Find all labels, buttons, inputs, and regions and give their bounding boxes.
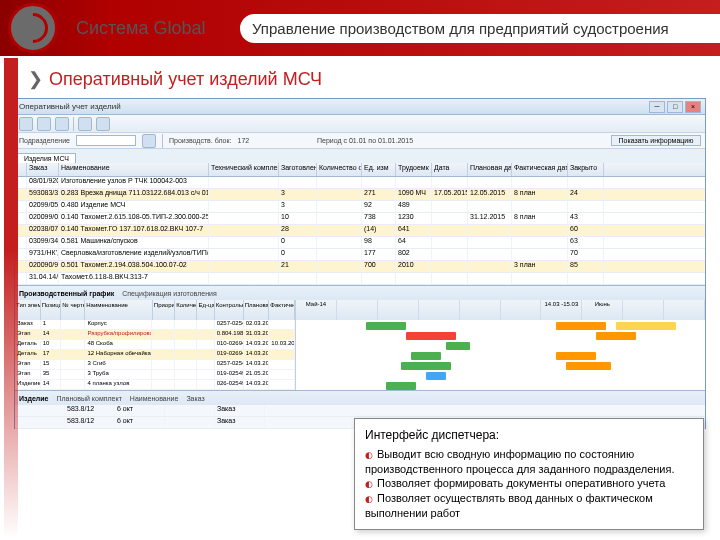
minimize-button[interactable]: ─ [649,101,665,113]
table-row[interactable]: 593083/30.283 Врезка днища 711.03122.684… [15,189,705,201]
header-subtitle: Управление производством для предприятий… [240,14,720,43]
table-row[interactable]: 02038/0730.140 Тахомет.ГО 137.107.618.02… [15,225,705,237]
section-detail: Производственный график Спецификация изг… [15,285,705,390]
bottom-tab-4[interactable]: Заказ [186,395,204,402]
gantt-bars [296,320,705,390]
table-row[interactable]: 583.8/126 октЗаказ [15,405,705,417]
block-label: Производств. блок: [169,137,231,144]
toolbar-icon-5[interactable] [96,117,110,131]
dept-label: Подразделение [19,137,70,144]
detail-tab-1[interactable]: Производственный график [19,290,114,297]
tab-row: Изделия МСЧ [15,149,705,163]
gantt-row[interactable]: Деталь1712 Наборная обечайка тонколистов… [15,350,295,360]
section-title: Оперативный учет изделий МСЧ [28,68,720,90]
toolbar-icon-2[interactable] [37,117,51,131]
show-button[interactable]: Показать информацию [611,135,701,146]
dept-input[interactable] [76,135,136,146]
col-header[interactable]: Технический комплект [209,163,279,176]
callout-item-2: Позволяет формировать документы оператив… [365,476,693,491]
callout-box: Интерфейс диспетчера: Выводит всю сводну… [354,418,704,530]
table-row[interactable]: 020099/0790.140 Тахомет.2.615.108-05.ТИП… [15,213,705,225]
col-header[interactable]: Дата [432,163,468,176]
col-header[interactable]: Наименование [59,163,209,176]
logo [8,3,58,53]
filter-row: Подразделение Производств. блок: 172 Пер… [15,133,705,149]
block-value: 172 [238,137,250,144]
gantt-row[interactable]: Заказ1Корпус0257-02549410402.03.2015 [15,320,295,330]
table-row[interactable]: 9731/НК','ТОСверловка/изготовление издел… [15,249,705,261]
window-title: Оперативный учет изделий [19,102,649,111]
toolbar-icon-3[interactable] [55,117,69,131]
gantt-row[interactable]: Изделие МСЧ144 планка узлов026-025494104… [15,380,295,390]
decor-bar [4,58,18,538]
date-label: Период с 01.01 по 01.01.2015 [317,137,413,144]
col-header[interactable]: Плановая дата [468,163,512,176]
col-header[interactable]: Заказ [27,163,59,176]
app-window: Оперативный учет изделий ─ □ × Подраздел… [14,98,706,429]
callout-title: Интерфейс диспетчера: [365,427,693,443]
callout-item-1: Выводит всю сводную информацию по состоя… [365,447,693,477]
table-row[interactable]: 02099/050.480 Изделие МСЧ392489 [15,201,705,213]
maximize-button[interactable]: □ [667,101,683,113]
gantt-chart[interactable]: Май-1414.03 -15.03Июнь [295,300,705,390]
bottom-tab-3[interactable]: Наименование [130,395,179,402]
tab-main[interactable]: Изделия МСЧ [17,153,76,163]
main-grid[interactable]: ЗаказНаименованиеТехнический комплектЗаг… [15,163,705,285]
slide-header: Система Global Управление производством … [0,0,720,56]
toolbar-icon-1[interactable] [19,117,33,131]
detail-tab-2[interactable]: Спецификация изготовления [122,290,216,297]
dept-dropdown-icon[interactable] [142,134,156,148]
titlebar[interactable]: Оперативный учет изделий ─ □ × [15,99,705,115]
col-header[interactable]: Ед. изм [362,163,396,176]
col-header[interactable]: Заготовлено [279,163,317,176]
table-row[interactable]: 08/01/920Изготовление узлов Р ТЧК 100042… [15,177,705,189]
toolbar [15,115,705,133]
table-row[interactable]: 31.04.14/1Тахомет.6.118-8.ВКЧ.313-7 [15,273,705,285]
close-button[interactable]: × [685,101,701,113]
table-row[interactable]: 03099/340.581 Машинка/спусков0986463 [15,237,705,249]
bottom-tab-2[interactable]: Плановый комплект [57,395,122,402]
bottom-tab-1[interactable]: Изделие [19,395,49,402]
callout-item-3: Позволяет осуществлять ввод данных о фак… [365,491,693,521]
gantt-row[interactable]: Этап353 Труба019-02549410421.05.2015 [15,370,295,380]
gantt-row[interactable]: Деталь1048 Скоба010-026943414.03.201510.… [15,340,295,350]
col-header[interactable]: Закрыто [568,163,604,176]
col-header[interactable]: Фактическая дата подг. [512,163,568,176]
col-header[interactable]: Количество фикт [317,163,362,176]
gantt-grid[interactable]: Тип элемПозиция№ чертежаНаименованиеПрио… [15,300,295,390]
gantt-row[interactable]: Этап153 Сгиб0257-02549410414.03.2015 [15,360,295,370]
toolbar-icon-4[interactable] [78,117,92,131]
col-header[interactable]: Трудоемк [396,163,432,176]
gantt-row[interactable]: Этап14Разрубка/профилирование0.804.19840… [15,330,295,340]
table-row[interactable]: 020090/930.501 Тахомет.2.194.038.504.100… [15,261,705,273]
detail-tabs: Производственный график Спецификация изг… [15,286,705,300]
system-title: Система Global [76,18,206,39]
